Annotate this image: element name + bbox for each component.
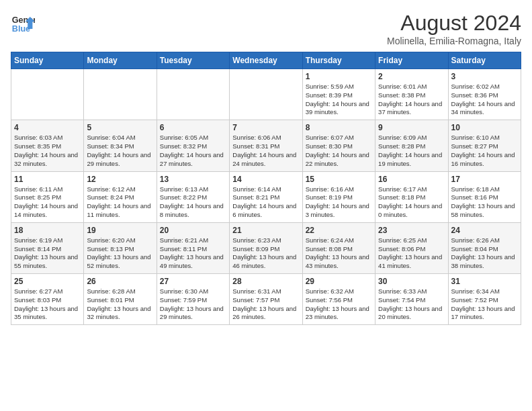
header-cell-tuesday: Tuesday <box>157 52 229 69</box>
day-info: Sunrise: 6:26 AM Sunset: 8:04 PM Dayligh… <box>451 236 518 271</box>
calendar-week-5: 25Sunrise: 6:27 AM Sunset: 8:03 PM Dayli… <box>11 274 521 325</box>
calendar-body: 1Sunrise: 5:59 AM Sunset: 8:39 PM Daylig… <box>11 69 521 325</box>
calendar-cell <box>11 69 84 120</box>
calendar-cell: 18Sunrise: 6:19 AM Sunset: 8:14 PM Dayli… <box>11 222 84 273</box>
calendar-cell: 11Sunrise: 6:11 AM Sunset: 8:25 PM Dayli… <box>11 171 84 222</box>
calendar-cell: 5Sunrise: 6:04 AM Sunset: 8:34 PM Daylig… <box>84 120 157 171</box>
calendar-week-2: 4Sunrise: 6:03 AM Sunset: 8:35 PM Daylig… <box>11 120 521 171</box>
calendar-cell: 21Sunrise: 6:23 AM Sunset: 8:09 PM Dayli… <box>230 222 302 273</box>
logo-icon: General Blue <box>11 11 35 35</box>
day-number: 14 <box>232 175 299 184</box>
day-number: 21 <box>232 226 299 235</box>
calendar-cell: 22Sunrise: 6:24 AM Sunset: 8:08 PM Dayli… <box>302 222 375 273</box>
day-number: 31 <box>451 277 518 286</box>
day-info: Sunrise: 6:24 AM Sunset: 8:08 PM Dayligh… <box>306 236 372 271</box>
day-number: 5 <box>87 123 153 132</box>
header-cell-saturday: Saturday <box>448 52 521 69</box>
calendar-cell <box>157 69 229 120</box>
day-number: 19 <box>87 226 153 235</box>
day-info: Sunrise: 6:21 AM Sunset: 8:11 PM Dayligh… <box>160 236 226 271</box>
calendar-cell: 15Sunrise: 6:16 AM Sunset: 8:19 PM Dayli… <box>302 171 375 222</box>
day-number: 1 <box>306 72 372 81</box>
calendar-cell: 26Sunrise: 6:28 AM Sunset: 8:01 PM Dayli… <box>84 274 157 325</box>
day-info: Sunrise: 6:32 AM Sunset: 7:56 PM Dayligh… <box>306 287 372 322</box>
day-info: Sunrise: 6:27 AM Sunset: 8:03 PM Dayligh… <box>14 287 81 322</box>
day-info: Sunrise: 6:31 AM Sunset: 7:57 PM Dayligh… <box>232 287 299 322</box>
day-info: Sunrise: 5:59 AM Sunset: 8:39 PM Dayligh… <box>306 83 372 117</box>
page-title: August 2024 <box>387 11 521 36</box>
header-cell-sunday: Sunday <box>11 52 84 69</box>
calendar-cell: 30Sunrise: 6:33 AM Sunset: 7:54 PM Dayli… <box>375 274 448 325</box>
day-number: 8 <box>306 123 372 132</box>
calendar-header: SundayMondayTuesdayWednesdayThursdayFrid… <box>11 52 521 69</box>
calendar-cell: 16Sunrise: 6:17 AM Sunset: 8:18 PM Dayli… <box>375 171 448 222</box>
page-subtitle: Molinella, Emilia-Romagna, Italy <box>387 36 521 46</box>
header-row: SundayMondayTuesdayWednesdayThursdayFrid… <box>11 52 521 69</box>
calendar-cell: 19Sunrise: 6:20 AM Sunset: 8:13 PM Dayli… <box>84 222 157 273</box>
day-info: Sunrise: 6:17 AM Sunset: 8:18 PM Dayligh… <box>378 185 445 220</box>
day-number: 17 <box>451 175 518 184</box>
day-info: Sunrise: 6:23 AM Sunset: 8:09 PM Dayligh… <box>232 236 299 271</box>
page-header: General Blue August 2024 Molinella, Emil… <box>11 11 521 46</box>
calendar-cell: 14Sunrise: 6:14 AM Sunset: 8:21 PM Dayli… <box>230 171 302 222</box>
title-block: August 2024 Molinella, Emilia-Romagna, I… <box>387 11 521 46</box>
day-info: Sunrise: 6:04 AM Sunset: 8:34 PM Dayligh… <box>87 134 153 168</box>
day-info: Sunrise: 6:14 AM Sunset: 8:21 PM Dayligh… <box>232 185 299 220</box>
day-info: Sunrise: 6:03 AM Sunset: 8:35 PM Dayligh… <box>14 134 81 168</box>
calendar-week-1: 1Sunrise: 5:59 AM Sunset: 8:39 PM Daylig… <box>11 69 521 120</box>
calendar-cell: 2Sunrise: 6:01 AM Sunset: 8:38 PM Daylig… <box>375 69 448 120</box>
day-number: 28 <box>232 277 299 286</box>
day-number: 18 <box>14 226 81 235</box>
calendar-cell: 3Sunrise: 6:02 AM Sunset: 8:36 PM Daylig… <box>448 69 521 120</box>
calendar-cell: 9Sunrise: 6:09 AM Sunset: 8:28 PM Daylig… <box>375 120 448 171</box>
day-number: 2 <box>378 72 445 81</box>
header-cell-monday: Monday <box>84 52 157 69</box>
day-info: Sunrise: 6:19 AM Sunset: 8:14 PM Dayligh… <box>14 236 81 271</box>
calendar-cell: 6Sunrise: 6:05 AM Sunset: 8:32 PM Daylig… <box>157 120 229 171</box>
calendar-cell: 4Sunrise: 6:03 AM Sunset: 8:35 PM Daylig… <box>11 120 84 171</box>
day-info: Sunrise: 6:13 AM Sunset: 8:22 PM Dayligh… <box>160 185 226 220</box>
calendar-cell: 17Sunrise: 6:18 AM Sunset: 8:16 PM Dayli… <box>448 171 521 222</box>
day-info: Sunrise: 6:25 AM Sunset: 8:06 PM Dayligh… <box>378 236 445 271</box>
calendar-cell: 13Sunrise: 6:13 AM Sunset: 8:22 PM Dayli… <box>157 171 229 222</box>
header-cell-friday: Friday <box>375 52 448 69</box>
day-number: 20 <box>160 226 226 235</box>
day-info: Sunrise: 6:05 AM Sunset: 8:32 PM Dayligh… <box>160 134 226 168</box>
day-info: Sunrise: 6:10 AM Sunset: 8:27 PM Dayligh… <box>451 134 518 168</box>
day-number: 15 <box>306 175 372 184</box>
day-number: 16 <box>378 175 445 184</box>
day-info: Sunrise: 6:16 AM Sunset: 8:19 PM Dayligh… <box>306 185 372 220</box>
day-info: Sunrise: 6:07 AM Sunset: 8:30 PM Dayligh… <box>306 134 372 168</box>
day-info: Sunrise: 6:12 AM Sunset: 8:24 PM Dayligh… <box>87 185 153 220</box>
day-info: Sunrise: 6:20 AM Sunset: 8:13 PM Dayligh… <box>87 236 153 271</box>
day-info: Sunrise: 6:11 AM Sunset: 8:25 PM Dayligh… <box>14 185 81 220</box>
day-number: 4 <box>14 123 81 132</box>
day-info: Sunrise: 6:18 AM Sunset: 8:16 PM Dayligh… <box>451 185 518 220</box>
calendar-cell: 20Sunrise: 6:21 AM Sunset: 8:11 PM Dayli… <box>157 222 229 273</box>
day-info: Sunrise: 6:09 AM Sunset: 8:28 PM Dayligh… <box>378 134 445 168</box>
calendar-cell: 8Sunrise: 6:07 AM Sunset: 8:30 PM Daylig… <box>302 120 375 171</box>
logo: General Blue <box>11 11 35 35</box>
day-number: 25 <box>14 277 81 286</box>
header-cell-wednesday: Wednesday <box>230 52 302 69</box>
svg-text:Blue: Blue <box>12 24 30 34</box>
calendar-cell: 12Sunrise: 6:12 AM Sunset: 8:24 PM Dayli… <box>84 171 157 222</box>
day-number: 9 <box>378 123 445 132</box>
calendar-cell <box>230 69 302 120</box>
day-info: Sunrise: 6:30 AM Sunset: 7:59 PM Dayligh… <box>160 287 226 322</box>
calendar-cell: 1Sunrise: 5:59 AM Sunset: 8:39 PM Daylig… <box>302 69 375 120</box>
calendar-cell: 29Sunrise: 6:32 AM Sunset: 7:56 PM Dayli… <box>302 274 375 325</box>
calendar-table: SundayMondayTuesdayWednesdayThursdayFrid… <box>11 52 521 325</box>
calendar-cell: 31Sunrise: 6:34 AM Sunset: 7:52 PM Dayli… <box>448 274 521 325</box>
calendar-cell <box>84 69 157 120</box>
day-number: 6 <box>160 123 226 132</box>
day-info: Sunrise: 6:01 AM Sunset: 8:38 PM Dayligh… <box>378 83 445 117</box>
day-number: 30 <box>378 277 445 286</box>
calendar-cell: 7Sunrise: 6:06 AM Sunset: 8:31 PM Daylig… <box>230 120 302 171</box>
day-info: Sunrise: 6:06 AM Sunset: 8:31 PM Dayligh… <box>232 134 299 168</box>
day-number: 29 <box>306 277 372 286</box>
calendar-week-4: 18Sunrise: 6:19 AM Sunset: 8:14 PM Dayli… <box>11 222 521 273</box>
day-number: 7 <box>232 123 299 132</box>
day-number: 22 <box>306 226 372 235</box>
day-number: 11 <box>14 175 81 184</box>
